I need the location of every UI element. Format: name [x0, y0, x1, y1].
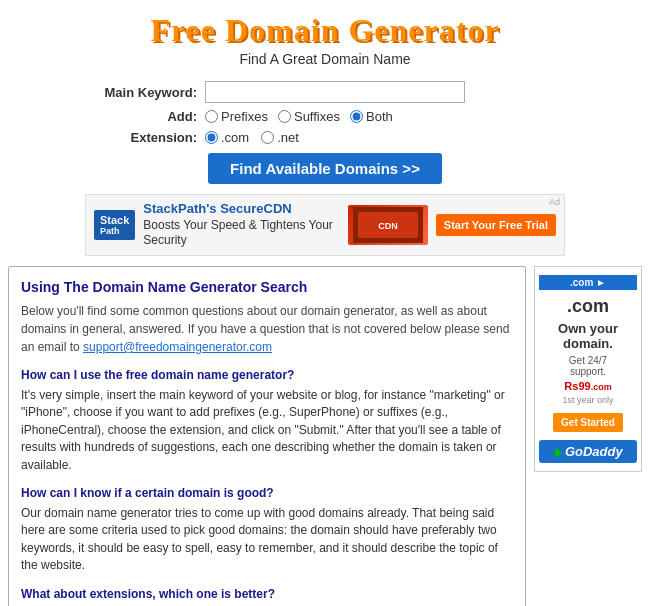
- side-ad-own: Own yourdomain.: [539, 321, 637, 351]
- extension-row: Extension: .com .net: [85, 130, 565, 145]
- radio-prefixes-input[interactable]: [205, 110, 218, 123]
- keyword-row: Main Keyword:: [85, 81, 565, 103]
- add-options: Prefixes Suffixes Both: [205, 109, 565, 124]
- faq-a2: Our domain name generator tries to come …: [21, 505, 513, 575]
- page-subtitle: Find A Great Domain Name: [0, 51, 650, 67]
- side-ad-box: .com ► .com Own yourdomain. Get 24/7supp…: [534, 266, 642, 472]
- radio-both[interactable]: Both: [350, 109, 393, 124]
- faq-intro: Below you'll find some common questions …: [21, 302, 513, 356]
- side-ad: .com ► .com Own yourdomain. Get 24/7supp…: [534, 266, 642, 606]
- ext-com-label[interactable]: .com: [205, 130, 249, 145]
- faq-a1: It's very simple, insert the main keywor…: [21, 387, 513, 474]
- ext-net-input[interactable]: [261, 131, 274, 144]
- ext-net-text: .net: [277, 130, 299, 145]
- add-row: Add: Prefixes Suffixes Both: [85, 109, 565, 124]
- ext-com-text: .com: [221, 130, 249, 145]
- extension-options: .com .net: [205, 130, 565, 145]
- logo-line2: Path: [100, 226, 129, 236]
- godaddy-logo-text: GoDaddy: [565, 444, 623, 459]
- radio-suffixes-label: Suffixes: [294, 109, 340, 124]
- radio-both-label: Both: [366, 109, 393, 124]
- ext-net-label[interactable]: .net: [261, 130, 299, 145]
- side-ad-support: Get 24/7support.: [539, 355, 637, 377]
- ad-body: Boosts Your Speed & Tightens Your Securi…: [143, 218, 332, 248]
- side-ad-cta-button[interactable]: Get Started: [553, 413, 623, 432]
- keyword-label: Main Keyword:: [85, 85, 205, 100]
- faq-q2: How can I know if a certain domain is go…: [21, 484, 513, 502]
- keyword-input[interactable]: [205, 81, 465, 103]
- faq-section: Using The Domain Name Generator Search B…: [8, 266, 526, 606]
- side-ad-domain: .com: [539, 296, 637, 317]
- side-ad-header: .com ►: [539, 275, 637, 290]
- ad-image-graphic: CDN: [353, 207, 423, 243]
- radio-prefixes-label: Prefixes: [221, 109, 268, 124]
- search-form: Main Keyword: Add: Prefixes Suffixes Bot…: [85, 81, 565, 184]
- ad-image: CDN: [348, 205, 428, 245]
- svg-text:CDN: CDN: [378, 221, 398, 231]
- ad-banner: Ad Stack Path StackPath's SecureCDN Boos…: [85, 194, 565, 256]
- godaddy-logo: ◆ GoDaddy: [539, 440, 637, 463]
- faq-q3: What about extensions, which one is bett…: [21, 585, 513, 603]
- ad-cta-button[interactable]: Start Your Free Trial: [436, 214, 556, 236]
- radio-suffixes[interactable]: Suffixes: [278, 109, 340, 124]
- side-ad-com-label: .com ►: [570, 277, 606, 288]
- ext-com-input[interactable]: [205, 131, 218, 144]
- ad-text: StackPath's SecureCDN Boosts Your Speed …: [143, 201, 340, 249]
- support-email-link[interactable]: support@freedomaingenerator.com: [83, 340, 272, 354]
- radio-suffixes-input[interactable]: [278, 110, 291, 123]
- ad-title: StackPath's SecureCDN: [143, 201, 291, 216]
- radio-both-input[interactable]: [350, 110, 363, 123]
- content-wrapper: Using The Domain Name Generator Search B…: [0, 266, 650, 606]
- faq-title: Using The Domain Name Generator Search: [21, 277, 513, 298]
- side-ad-note: 1st year only: [539, 395, 637, 405]
- radio-prefixes[interactable]: Prefixes: [205, 109, 268, 124]
- faq-q1: How can I use the free domain name gener…: [21, 366, 513, 384]
- ad-marker: Ad: [549, 197, 560, 207]
- stackpath-logo: Stack Path: [94, 210, 135, 240]
- extension-label: Extension:: [85, 130, 205, 145]
- keyword-field-wrapper: [205, 81, 565, 103]
- page-title: Free Domain Generator: [0, 12, 650, 49]
- find-domains-button[interactable]: Find Available Domains >>: [208, 153, 442, 184]
- page-header: Free Domain Generator Find A Great Domai…: [0, 0, 650, 71]
- logo-line1: Stack: [100, 214, 129, 226]
- add-label: Add:: [85, 109, 205, 124]
- side-ad-price: Rs99.com: [539, 380, 637, 392]
